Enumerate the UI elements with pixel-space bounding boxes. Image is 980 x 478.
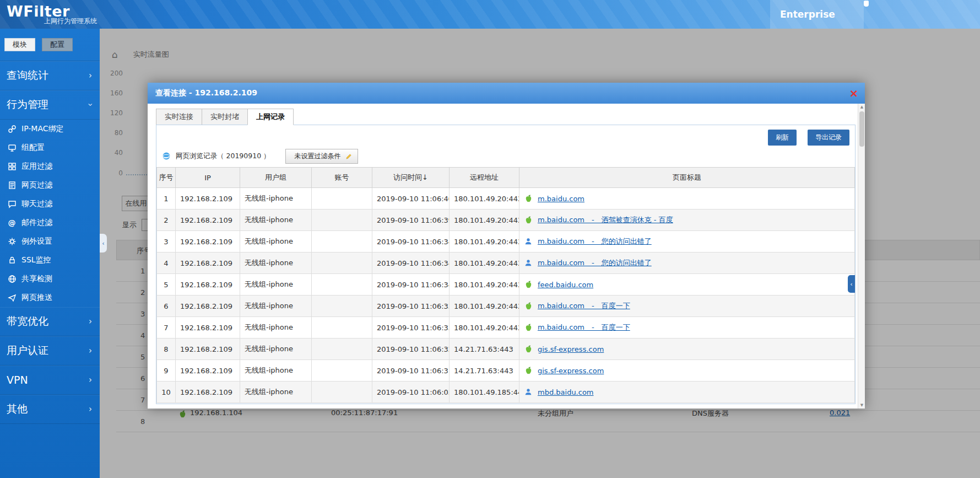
page-title-link[interactable]: m.baidu.com - 您的访问出错了 — [538, 237, 652, 246]
export-records-button[interactable]: 导出记录 — [808, 130, 849, 146]
section-label: 行为管理 — [7, 98, 48, 112]
blue-user-icon — [524, 388, 533, 396]
cell-remote: 180.101.49.20:443 — [450, 253, 519, 274]
scrollbar-thumb[interactable] — [859, 111, 864, 147]
sidebar-item[interactable]: IP-MAC绑定 — [0, 120, 100, 138]
modal-tab-realtime-blocks[interactable]: 实时封堵 — [202, 109, 247, 125]
modal-body: 实时连接实时封堵上网记录 刷新 导出记录 网页浏览记录（ 20190910 ） … — [148, 104, 865, 409]
cell-page-title: m.baidu.com - 百度一下 — [519, 296, 855, 317]
page-title-link[interactable]: gis.sf-express.com — [538, 367, 604, 375]
chevron-right-icon: › — [89, 316, 92, 326]
modal-tab-web-records[interactable]: 上网记录 — [247, 109, 294, 125]
cell-page-title: m.baidu.com - 酒驾被查演休克 - 百度 — [519, 210, 855, 231]
sidebar-item[interactable]: 应用过滤 — [0, 157, 100, 176]
sidebar-section-bandwidth[interactable]: 带宽优化 › — [0, 307, 100, 336]
sidebar-menu: IP-MAC绑定组配置应用过滤网页过滤聊天过滤@邮件过滤例外设置SSL监控共享检… — [0, 120, 100, 307]
record-row: 10192.168.2.109无线组-iphone2019-09-10 11:0… — [157, 382, 855, 403]
column-header[interactable]: 页面标题 — [519, 168, 855, 188]
sidebar-item[interactable]: 组配置 — [0, 138, 100, 157]
top-header: WFilter 上网行为管理系统 Enterprise — [0, 0, 980, 29]
app-subtitle: 上网行为管理系统 — [44, 17, 97, 26]
record-row: 8192.168.2.109无线组-iphone2019-09-10 11:06… — [157, 339, 855, 360]
cell-user-group: 无线组-iphone — [240, 210, 312, 231]
cell-time: 2019-09-10 11:06:40 — [372, 188, 450, 210]
modal-tab-bar: 实时连接实时封堵上网记录 — [156, 109, 856, 125]
sidebar-item[interactable]: SSL监控 — [0, 251, 100, 270]
page-title-link[interactable]: mbd.baidu.com — [538, 388, 594, 396]
sidebar-item[interactable]: 聊天过滤 — [0, 195, 100, 213]
sidebar-section-user-auth[interactable]: 用户认证 › — [0, 336, 100, 366]
cell-remote: 180.101.49.20:443 — [450, 296, 519, 317]
modal-tab-realtime-connections[interactable]: 实时连接 — [156, 109, 202, 125]
link-icon — [7, 125, 17, 134]
cell-time: 2019-09-10 11:06:39 — [372, 210, 450, 231]
column-header[interactable]: 序号 — [157, 168, 176, 188]
cell-no: 9 — [157, 360, 176, 382]
record-row: 7192.168.2.109无线组-iphone2019-09-10 11:06… — [157, 317, 855, 339]
sidebar-item[interactable]: 网页过滤 — [0, 176, 100, 195]
cell-user-group: 无线组-iphone — [240, 339, 312, 360]
blue-user-icon — [524, 259, 533, 267]
section-label: 其他 — [7, 402, 28, 416]
page-title-link[interactable]: m.baidu.com — [538, 195, 584, 203]
cell-remote: 180.101.49.20:443 — [450, 210, 519, 231]
tab-config[interactable]: 配置 — [42, 38, 73, 51]
section-label: 带宽优化 — [7, 314, 48, 329]
sidebar-section-other[interactable]: 其他 › — [0, 395, 100, 424]
cell-account — [312, 188, 372, 210]
column-header[interactable]: 账号 — [312, 168, 372, 188]
sidebar-item-label: 例外设置 — [21, 237, 52, 246]
refresh-button[interactable]: 刷新 — [768, 130, 797, 146]
panel-collapse-handle[interactable]: ‹ — [848, 275, 855, 293]
filter-condition-button[interactable]: 未设置过滤条件 — [285, 149, 358, 164]
lock-icon — [7, 256, 17, 265]
record-row: 5192.168.2.109无线组-iphone2019-09-10 11:06… — [157, 274, 855, 296]
scroll-up-icon[interactable]: ▲ — [858, 104, 865, 110]
cell-ip: 192.168.2.109 — [176, 231, 240, 253]
modal-scrollbar[interactable]: ▲ ▼ — [858, 104, 865, 409]
page-title-link[interactable]: m.baidu.com - 您的访问出错了 — [538, 258, 652, 268]
sidebar-section-vpn[interactable]: VPN › — [0, 366, 100, 395]
tab-module[interactable]: 模块 — [4, 38, 35, 51]
view-connections-modal: 查看连接 - 192.168.2.109 × 实时连接实时封堵上网记录 刷新 导… — [148, 83, 865, 409]
page-title-link[interactable]: gis.sf-express.com — [538, 345, 604, 353]
column-header[interactable]: 用户组 — [240, 168, 312, 188]
cell-account — [312, 339, 372, 360]
notification-icon[interactable] — [864, 1, 869, 7]
cell-ip: 192.168.2.109 — [176, 210, 240, 231]
record-row: 4192.168.2.109无线组-iphone2019-09-10 11:06… — [157, 253, 855, 274]
scroll-down-icon[interactable]: ▼ — [858, 402, 865, 409]
sidebar-item[interactable]: 网页推送 — [0, 288, 100, 307]
document-icon — [7, 181, 17, 190]
sidebar-item[interactable]: @邮件过滤 — [0, 213, 100, 232]
page-title-link[interactable]: m.baidu.com - 百度一下 — [538, 323, 630, 332]
page-title-link[interactable]: feed.baidu.com — [538, 281, 593, 289]
section-label: VPN — [7, 374, 28, 386]
modal-title: 查看连接 - 192.168.2.109 — [155, 88, 257, 98]
records-toolbar: 刷新 导出记录 — [156, 125, 855, 148]
record-row: 3192.168.2.109无线组-iphone2019-09-10 11:06… — [157, 231, 855, 253]
sidebar-collapse-handle[interactable]: ‹ — [100, 234, 107, 253]
sidebar-section-query-stats[interactable]: 查询统计 › — [0, 61, 100, 90]
edition-badge: Enterprise — [770, 0, 864, 29]
sidebar-item[interactable]: 例外设置 — [0, 232, 100, 251]
monitor-icon — [7, 143, 17, 153]
cell-remote: 14.21.71.63:443 — [450, 360, 519, 382]
sidebar-item-label: SSL监控 — [21, 255, 51, 265]
close-icon[interactable]: × — [846, 83, 862, 104]
cell-no: 5 — [157, 274, 176, 296]
column-header[interactable]: IP — [176, 168, 240, 188]
cell-no: 6 — [157, 296, 176, 317]
globe-icon — [7, 275, 17, 284]
cell-ip: 192.168.2.109 — [176, 296, 240, 317]
page-title-link[interactable]: m.baidu.com - 百度一下 — [538, 301, 630, 311]
sidebar-item[interactable]: 共享检测 — [0, 270, 100, 288]
table-header-row: 序号IP用户组账号访问时间↓远程地址页面标题 — [157, 168, 855, 188]
sidebar-item-label: 网页推送 — [21, 293, 52, 303]
column-header[interactable]: 远程地址 — [450, 168, 519, 188]
cell-user-group: 无线组-iphone — [240, 231, 312, 253]
sidebar-section-behavior-mgmt[interactable]: 行为管理 › — [0, 90, 100, 120]
column-header[interactable]: 访问时间↓ — [372, 168, 450, 188]
sidebar-item-label: 组配置 — [21, 143, 45, 153]
page-title-link[interactable]: m.baidu.com - 酒驾被查演休克 - 百度 — [538, 215, 673, 225]
